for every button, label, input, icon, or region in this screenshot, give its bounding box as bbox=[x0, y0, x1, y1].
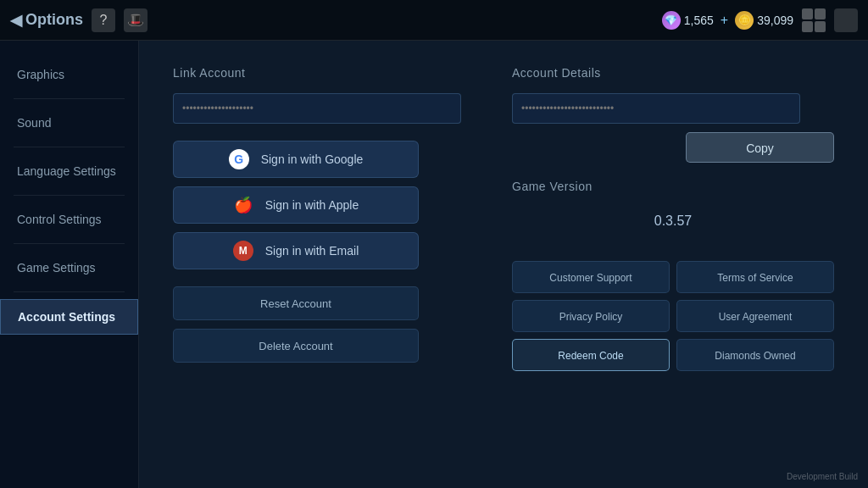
sign-in-email-label: Sign in with Email bbox=[265, 244, 359, 258]
sidebar-item-account-settings[interactable]: Account Settings bbox=[0, 299, 138, 335]
sign-in-email-button[interactable]: M Sign in with Email bbox=[173, 232, 419, 269]
divider-1 bbox=[14, 98, 125, 99]
sign-in-apple-label: Sign in with Apple bbox=[265, 198, 359, 212]
top-bar: ◀ Options ? 🎩 💎 1,565 + 🪙 39,099 bbox=[0, 0, 868, 41]
options-title: Options bbox=[25, 11, 83, 29]
sidebar: Graphics Sound Language Settings Control… bbox=[0, 41, 139, 488]
sidebar-item-sound[interactable]: Sound bbox=[0, 106, 138, 140]
sign-in-google-button[interactable]: G Sign in with Google bbox=[173, 141, 419, 178]
reset-account-button[interactable]: Reset Account bbox=[173, 286, 419, 320]
currency-display: 💎 1,565 + 🪙 39,099 bbox=[662, 11, 793, 30]
sign-in-apple-button[interactable]: 🍎 Sign in with Apple bbox=[173, 186, 419, 224]
account-details-title: Account Details bbox=[512, 66, 834, 80]
question-icon[interactable]: ? bbox=[92, 8, 115, 32]
coin-count: 39,099 bbox=[757, 14, 793, 27]
account-details-input[interactable] bbox=[512, 93, 800, 124]
sidebar-item-control-settings[interactable]: Control Settings bbox=[0, 202, 138, 236]
game-version-number: 0.3.57 bbox=[512, 207, 834, 236]
bottom-buttons: Customer Support Terms of Service Privac… bbox=[512, 261, 834, 371]
content-area: Link Account G Sign in with Google 🍎 Sig… bbox=[139, 41, 868, 488]
back-arrow-icon: ◀ bbox=[10, 11, 22, 30]
account-details-panel: Account Details Copy Game Version 0.3.57… bbox=[512, 66, 834, 463]
game-version-section: Game Version 0.3.57 bbox=[512, 180, 834, 236]
divider-3 bbox=[14, 195, 125, 196]
add-gem-button[interactable]: + bbox=[721, 13, 728, 28]
redeem-code-button[interactable]: Redeem Code bbox=[512, 339, 670, 371]
terms-of-service-button[interactable]: Terms of Service bbox=[676, 261, 834, 293]
apple-icon: 🍎 bbox=[233, 195, 253, 215]
account-action-buttons: Reset Account Delete Account bbox=[173, 286, 461, 363]
back-button[interactable]: ◀ Options bbox=[10, 11, 83, 30]
divider-5 bbox=[14, 291, 125, 292]
divider-4 bbox=[14, 243, 125, 244]
sidebar-item-game-settings[interactable]: Game Settings bbox=[0, 251, 138, 285]
divider-2 bbox=[14, 147, 125, 147]
sign-in-buttons: G Sign in with Google 🍎 Sign in with App… bbox=[173, 141, 461, 269]
privacy-policy-button[interactable]: Privacy Policy bbox=[512, 300, 670, 332]
diamonds-owned-button[interactable]: Diamonds Owned bbox=[676, 339, 834, 371]
menu-icon[interactable] bbox=[834, 8, 858, 32]
dev-build-label: Development Build bbox=[787, 472, 858, 481]
copy-button[interactable]: Copy bbox=[686, 132, 834, 163]
user-agreement-button[interactable]: User Agreement bbox=[676, 300, 834, 332]
link-account-panel: Link Account G Sign in with Google 🍎 Sig… bbox=[173, 66, 461, 463]
sidebar-item-language-settings[interactable]: Language Settings bbox=[0, 154, 138, 188]
google-icon: G bbox=[229, 149, 249, 169]
main-content: Graphics Sound Language Settings Control… bbox=[0, 41, 868, 488]
sign-in-google-label: Sign in with Google bbox=[261, 152, 364, 166]
gem-currency: 💎 1,565 bbox=[662, 11, 714, 30]
hat-icon[interactable]: 🎩 bbox=[124, 8, 147, 32]
coin-icon: 🪙 bbox=[735, 11, 754, 30]
coin-currency: 🪙 39,099 bbox=[735, 11, 793, 30]
delete-account-button[interactable]: Delete Account bbox=[173, 329, 419, 363]
grid-icon[interactable] bbox=[802, 8, 826, 32]
gem-count: 1,565 bbox=[684, 14, 714, 27]
game-version-title: Game Version bbox=[512, 180, 834, 193]
email-icon: M bbox=[233, 241, 253, 261]
sidebar-item-graphics[interactable]: Graphics bbox=[0, 58, 138, 92]
link-account-input[interactable] bbox=[173, 93, 461, 124]
link-account-title: Link Account bbox=[173, 66, 461, 80]
gem-icon: 💎 bbox=[662, 11, 681, 30]
customer-support-button[interactable]: Customer Support bbox=[512, 261, 670, 293]
